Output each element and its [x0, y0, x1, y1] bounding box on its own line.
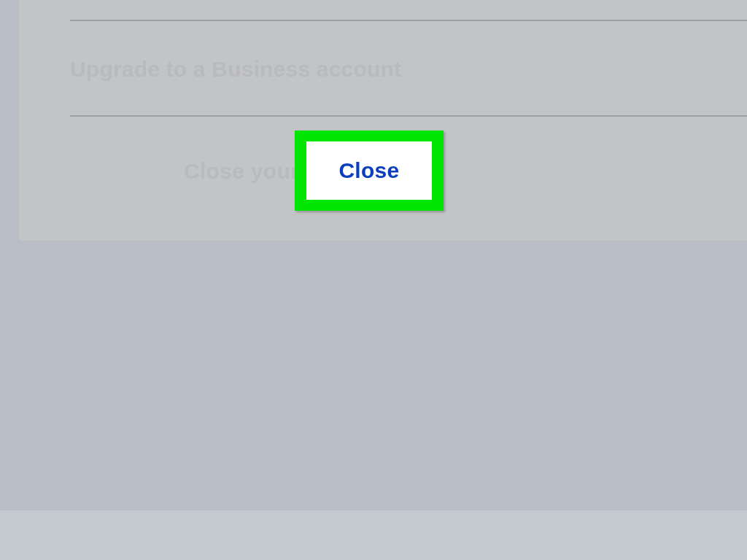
page-footer-strip [0, 510, 747, 560]
instruction-highlight-frame: Close [295, 131, 444, 211]
close-button[interactable]: Close [306, 141, 432, 200]
upgrade-business-account-link[interactable]: Upgrade to a Business account [70, 57, 401, 82]
divider [70, 20, 747, 21]
divider [70, 115, 747, 117]
settings-panel: Upgrade to a Business account Close your… [19, 0, 747, 241]
